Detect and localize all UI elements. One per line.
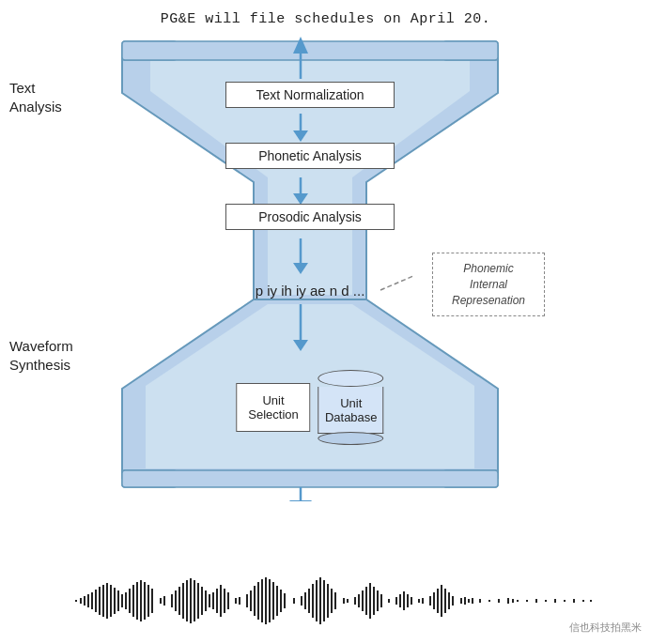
svg-rect-24 bbox=[95, 590, 97, 612]
svg-rect-70 bbox=[284, 593, 286, 608]
svg-rect-58 bbox=[235, 598, 237, 604]
svg-rect-102 bbox=[437, 589, 439, 613]
svg-rect-75 bbox=[312, 584, 314, 618]
svg-rect-78 bbox=[323, 580, 325, 621]
svg-rect-117 bbox=[526, 600, 528, 602]
svg-rect-49 bbox=[197, 583, 199, 619]
svg-rect-82 bbox=[343, 598, 345, 604]
svg-rect-57 bbox=[227, 592, 229, 609]
svg-rect-86 bbox=[362, 590, 364, 611]
svg-rect-104 bbox=[444, 589, 446, 613]
svg-rect-39 bbox=[151, 589, 153, 613]
svg-rect-106 bbox=[452, 596, 454, 606]
svg-rect-21 bbox=[84, 596, 85, 606]
svg-rect-80 bbox=[331, 589, 333, 613]
prosodic-analysis-box: Prosodic Analysis bbox=[225, 204, 395, 230]
hourglass-diagram: Text Normalization Phonetic Analysis Pro… bbox=[94, 37, 526, 497]
phonemic-internal-box: Phonemic Internal Represenation bbox=[432, 253, 545, 316]
svg-rect-19 bbox=[75, 600, 77, 602]
svg-rect-120 bbox=[554, 599, 556, 603]
svg-rect-94 bbox=[399, 594, 401, 607]
svg-rect-27 bbox=[106, 583, 108, 619]
svg-rect-123 bbox=[582, 600, 584, 602]
cylinder-body: Unit Database bbox=[318, 387, 384, 434]
svg-rect-92 bbox=[388, 599, 390, 603]
svg-rect-67 bbox=[272, 582, 274, 620]
svg-rect-95 bbox=[403, 591, 405, 610]
svg-rect-119 bbox=[545, 600, 547, 602]
svg-rect-74 bbox=[308, 589, 310, 613]
svg-rect-116 bbox=[517, 600, 519, 602]
svg-rect-62 bbox=[254, 586, 256, 616]
header-text: PG&E will file schedules on April 20. bbox=[161, 11, 491, 27]
svg-rect-99 bbox=[422, 598, 424, 604]
waveform-container bbox=[75, 575, 592, 627]
svg-rect-20 bbox=[80, 598, 82, 604]
phonetic-analysis-box: Phonetic Analysis bbox=[225, 143, 395, 169]
svg-rect-65 bbox=[265, 577, 267, 624]
svg-rect-32 bbox=[125, 592, 127, 609]
svg-rect-96 bbox=[407, 594, 409, 607]
svg-rect-55 bbox=[220, 585, 222, 617]
svg-rect-23 bbox=[91, 592, 93, 609]
svg-rect-111 bbox=[479, 599, 481, 603]
svg-rect-42 bbox=[171, 594, 173, 607]
svg-rect-113 bbox=[498, 599, 500, 603]
svg-rect-25 bbox=[99, 587, 101, 615]
text-normalization-box: Text Normalization bbox=[225, 82, 395, 108]
svg-rect-114 bbox=[507, 598, 509, 604]
unit-selection-box: Unit Selection bbox=[236, 383, 310, 432]
svg-rect-112 bbox=[488, 600, 490, 602]
svg-rect-34 bbox=[132, 585, 134, 617]
svg-rect-47 bbox=[190, 578, 192, 623]
svg-rect-66 bbox=[269, 579, 271, 622]
svg-rect-83 bbox=[347, 599, 349, 603]
svg-rect-63 bbox=[257, 582, 259, 620]
svg-rect-71 bbox=[293, 598, 295, 604]
svg-rect-101 bbox=[433, 592, 435, 609]
svg-rect-33 bbox=[129, 589, 131, 613]
svg-rect-35 bbox=[136, 582, 138, 620]
svg-rect-31 bbox=[121, 594, 123, 607]
svg-rect-40 bbox=[160, 598, 162, 604]
svg-rect-37 bbox=[144, 582, 146, 620]
svg-rect-54 bbox=[216, 589, 218, 613]
svg-rect-84 bbox=[354, 597, 356, 605]
svg-rect-91 bbox=[380, 594, 382, 607]
svg-rect-45 bbox=[182, 583, 184, 619]
text-analysis-label: Text Analysis bbox=[9, 79, 62, 115]
svg-rect-73 bbox=[304, 592, 306, 609]
svg-rect-59 bbox=[239, 597, 240, 605]
svg-rect-97 bbox=[411, 597, 412, 605]
svg-rect-76 bbox=[316, 580, 318, 621]
svg-rect-77 bbox=[319, 577, 321, 624]
svg-rect-56 bbox=[224, 589, 225, 613]
svg-marker-17 bbox=[289, 500, 312, 501]
waveform-svg bbox=[75, 575, 592, 627]
svg-rect-51 bbox=[205, 590, 207, 611]
svg-rect-29 bbox=[114, 588, 116, 614]
svg-rect-118 bbox=[535, 599, 537, 603]
svg-rect-105 bbox=[448, 592, 450, 609]
svg-rect-93 bbox=[395, 597, 397, 605]
svg-rect-43 bbox=[175, 590, 177, 611]
svg-rect-53 bbox=[212, 592, 214, 609]
svg-rect-50 bbox=[201, 587, 203, 615]
svg-rect-26 bbox=[102, 585, 104, 617]
svg-rect-89 bbox=[373, 587, 375, 615]
diagram-area: Text Analysis Waveform Synthesis bbox=[0, 27, 651, 644]
svg-rect-107 bbox=[460, 598, 462, 604]
svg-rect-61 bbox=[250, 590, 252, 611]
svg-rect-98 bbox=[418, 599, 420, 603]
svg-rect-121 bbox=[564, 600, 566, 602]
cylinder-bottom bbox=[318, 432, 384, 445]
svg-rect-88 bbox=[369, 583, 371, 619]
svg-rect-69 bbox=[280, 590, 282, 612]
svg-rect-41 bbox=[163, 596, 165, 606]
svg-rect-100 bbox=[429, 596, 431, 606]
svg-rect-110 bbox=[472, 598, 473, 604]
unit-database-box: Unit Database bbox=[318, 370, 384, 445]
svg-rect-30 bbox=[117, 590, 119, 611]
svg-rect-46 bbox=[186, 580, 188, 621]
unit-boxes-container: Unit Selection Unit Database bbox=[236, 370, 383, 445]
